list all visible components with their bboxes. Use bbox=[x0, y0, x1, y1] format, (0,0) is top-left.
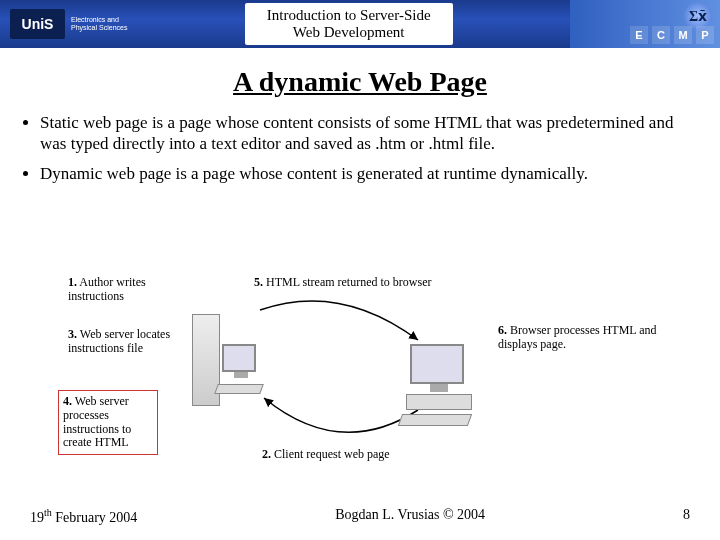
caption-2: 2. Client request web page bbox=[262, 448, 462, 462]
caption-4: 4. Web server processes instructions to … bbox=[58, 390, 158, 455]
logo-sub-line1: Electronics and bbox=[71, 16, 127, 24]
caption-3: 3. Web server locates instructions file bbox=[68, 328, 178, 356]
caption-6: 6. Browser processes HTML and displays p… bbox=[498, 324, 668, 352]
footer-page-number: 8 bbox=[683, 507, 690, 526]
letter-e: E bbox=[630, 26, 648, 44]
client-computer-icon bbox=[410, 344, 464, 384]
caption-1: 1. Author writes instructions bbox=[68, 276, 178, 304]
server-icon bbox=[192, 314, 220, 406]
process-diagram: 1. Author writes instructions 3. Web ser… bbox=[0, 270, 720, 480]
course-letters: E C M P bbox=[630, 26, 714, 44]
header-title-line2: Web Development bbox=[267, 24, 431, 41]
logo-sub-line2: Physical Sciences bbox=[71, 24, 127, 32]
caption-5: 5. HTML stream returned to browser bbox=[254, 276, 484, 290]
footer-date: 19th February 2004 bbox=[30, 507, 137, 526]
bullet-2: Dynamic web page is a page whose content… bbox=[40, 163, 684, 184]
logo-subtitle: Electronics and Physical Sciences bbox=[71, 16, 127, 31]
header-title: Introduction to Server-Side Web Developm… bbox=[127, 3, 570, 45]
slide-header: UniS Electronics and Physical Sciences I… bbox=[0, 0, 720, 48]
bullet-1: Static web page is a page whose content … bbox=[40, 112, 684, 155]
bullet-list: Static web page is a page whose content … bbox=[40, 112, 684, 184]
slide-title: A dynamic Web Page bbox=[0, 66, 720, 98]
unis-logo-icon: UniS bbox=[10, 9, 65, 39]
slide-footer: 19th February 2004 Bogdan L. Vrusias © 2… bbox=[0, 507, 720, 526]
footer-author: Bogdan L. Vrusias © 2004 bbox=[335, 507, 485, 526]
header-decor: Σx̄ E C M P bbox=[570, 0, 720, 48]
letter-p: P bbox=[696, 26, 714, 44]
letter-m: M bbox=[674, 26, 692, 44]
header-title-line1: Introduction to Server-Side bbox=[267, 7, 431, 24]
letter-c: C bbox=[652, 26, 670, 44]
